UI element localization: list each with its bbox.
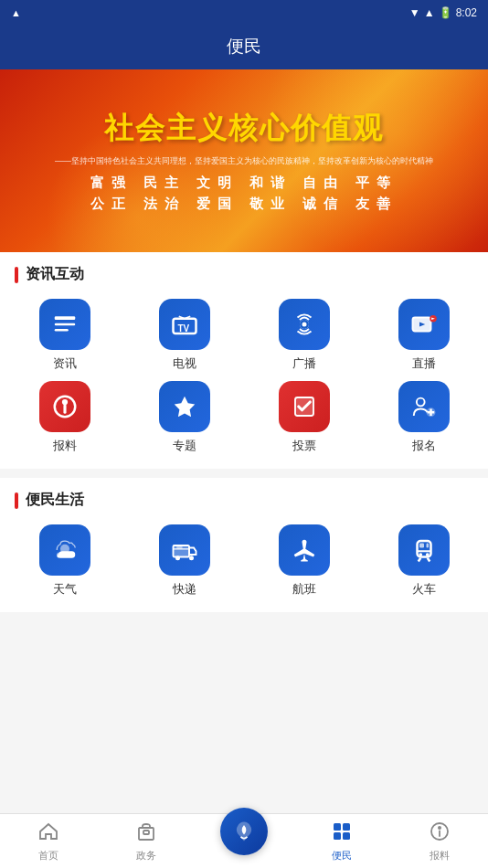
time: 8:02 xyxy=(456,6,477,19)
signal-icon: ▲ xyxy=(424,6,435,19)
svg-rect-40 xyxy=(334,823,341,831)
gov-icon xyxy=(135,820,157,846)
nav-item-home[interactable]: 首页 xyxy=(0,814,98,868)
weather-label: 天气 xyxy=(53,581,77,598)
radio-icon xyxy=(279,299,330,350)
svg-rect-41 xyxy=(343,823,350,831)
svg-line-35 xyxy=(427,558,430,562)
tv-icon: TV xyxy=(159,299,210,350)
live-icon xyxy=(398,299,450,350)
svg-rect-0 xyxy=(54,316,75,320)
grid-item-news[interactable]: 资讯 xyxy=(9,299,120,372)
train-icon xyxy=(398,524,450,576)
nav-tip-label: 报料 xyxy=(430,849,450,863)
page-header: 便民 xyxy=(0,26,488,69)
news-icon xyxy=(39,299,90,350)
svg-point-45 xyxy=(438,826,441,830)
signup-label: 报名 xyxy=(412,438,436,454)
carrier-icon: ▲ xyxy=(11,7,21,18)
signup-icon xyxy=(398,381,450,432)
grid-item-vote[interactable]: 投票 xyxy=(249,381,359,454)
svg-text:TV: TV xyxy=(177,323,189,333)
svg-line-34 xyxy=(418,558,420,562)
vote-label: 投票 xyxy=(292,438,316,454)
svg-rect-1 xyxy=(54,323,75,326)
svg-point-29 xyxy=(189,556,194,560)
info-grid: 资讯 TV 电视 广播 直播 xyxy=(0,291,488,469)
train-label: 火车 xyxy=(412,581,436,598)
wifi-icon: ▼ xyxy=(409,6,420,19)
nav-home-label: 首页 xyxy=(38,849,58,863)
center-circle xyxy=(220,808,268,855)
section-info: 资讯互动 资讯 TV 电视 广播 xyxy=(0,252,488,469)
life-grid: 天气 快递 航班 火车 xyxy=(0,517,488,612)
svg-point-37 xyxy=(425,553,429,556)
news-label: 资讯 xyxy=(53,355,77,372)
grid-item-radio[interactable]: 广播 xyxy=(249,299,359,372)
svg-rect-32 xyxy=(426,544,429,548)
section-info-title: 资讯互动 xyxy=(0,252,488,291)
grid-item-live[interactable]: 直播 xyxy=(368,299,479,372)
svg-rect-42 xyxy=(334,832,341,840)
svg-point-28 xyxy=(175,556,180,560)
page-title: 便民 xyxy=(227,37,261,56)
banner-title: 社会主义核心价值观 xyxy=(104,109,384,149)
svg-point-36 xyxy=(419,553,422,556)
flight-label: 航班 xyxy=(292,581,316,598)
svg-rect-43 xyxy=(343,832,350,840)
tip-icon xyxy=(429,820,451,846)
courier-icon xyxy=(159,524,210,576)
vote-icon xyxy=(279,381,330,432)
nav-item-tip[interactable]: 报料 xyxy=(390,814,488,868)
weather-icon xyxy=(39,524,90,576)
nav-item-center[interactable] xyxy=(196,826,293,857)
svg-point-20 xyxy=(416,398,424,407)
svg-rect-31 xyxy=(419,544,424,548)
nav-convenience-label: 便民 xyxy=(332,849,352,863)
banner: 社会主义核心价值观 ——坚持中国特色社会主义共同理想，坚持爱国主义为核心的民族精… xyxy=(0,69,488,252)
status-right: ▼ ▲ 🔋 8:02 xyxy=(409,6,477,19)
status-bar: ▲ ▼ ▲ 🔋 8:02 xyxy=(0,0,488,26)
grid-item-flight[interactable]: 航班 xyxy=(249,524,359,598)
grid-item-special[interactable]: 专题 xyxy=(129,381,239,454)
banner-values-row2: 公正 法治 爱国 敬业 诚信 友善 xyxy=(90,196,398,213)
report-icon xyxy=(39,381,90,432)
bottom-nav: 首页 政务 xyxy=(0,813,488,868)
special-icon xyxy=(159,381,210,432)
svg-rect-2 xyxy=(54,329,68,332)
banner-values-row1: 富强 民主 文明 和谐 自由 平等 xyxy=(90,175,398,192)
section-life: 便民生活 天气 快递 航班 xyxy=(0,478,488,612)
nav-item-convenience[interactable]: 便民 xyxy=(292,814,390,868)
flight-icon xyxy=(279,524,330,576)
report-label: 报料 xyxy=(53,438,77,454)
home-icon xyxy=(37,820,59,846)
battery-icon: 🔋 xyxy=(439,6,452,19)
tv-label: 电视 xyxy=(173,355,196,372)
convenience-icon xyxy=(331,820,353,846)
main-scroll[interactable]: 资讯互动 资讯 TV 电视 广播 xyxy=(0,252,488,808)
svg-rect-39 xyxy=(143,831,149,834)
special-label: 专题 xyxy=(173,438,196,454)
nav-gov-label: 政务 xyxy=(136,849,156,863)
svg-rect-27 xyxy=(176,545,182,549)
svg-point-9 xyxy=(302,323,306,327)
banner-subtitle: ——坚持中国特色社会主义共同理想，坚持爱国主义为核心的民族精神，坚持改革创新为核… xyxy=(37,154,451,167)
grid-item-report[interactable]: 报料 xyxy=(9,381,120,454)
grid-item-signup[interactable]: 报名 xyxy=(368,381,479,454)
grid-item-weather[interactable]: 天气 xyxy=(9,524,120,598)
grid-item-tv[interactable]: TV 电视 xyxy=(129,299,239,372)
nav-item-gov[interactable]: 政务 xyxy=(98,814,196,868)
live-label: 直播 xyxy=(412,355,436,372)
section-life-title: 便民生活 xyxy=(0,478,488,517)
radio-label: 广播 xyxy=(292,355,316,372)
grid-item-train[interactable]: 火车 xyxy=(368,524,479,598)
courier-label: 快递 xyxy=(173,581,196,598)
grid-item-courier[interactable]: 快递 xyxy=(129,524,239,598)
svg-marker-17 xyxy=(174,397,195,418)
